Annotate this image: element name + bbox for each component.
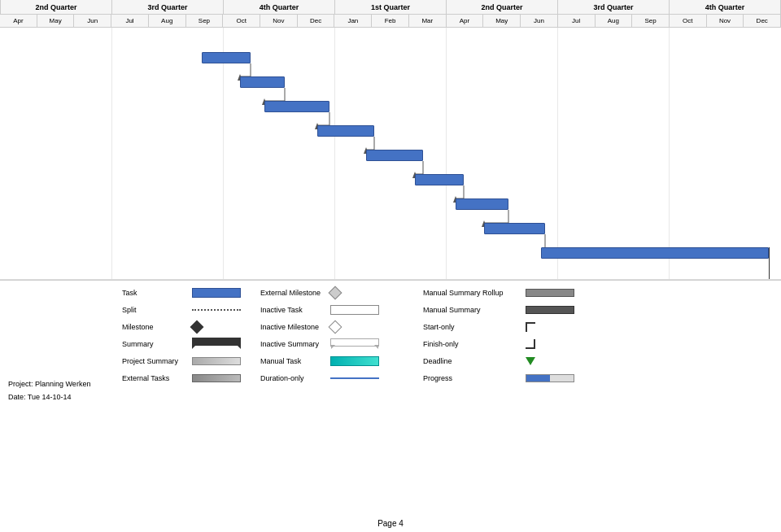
end-line [769,247,770,280]
quarters-header: 2nd Quarter 3rd Quarter 4th Quarter 1st … [0,0,781,15]
duration-only-symbol [330,377,379,379]
legend-ext-milestone: External Milestone [260,286,423,300]
start-only-symbol [526,322,535,332]
legend-deadline: Deadline [423,354,586,368]
legend-area: Project: Planning Werken Date: Tue 14-10… [0,280,781,499]
grid-line [111,28,112,279]
manual-summary-rollup-symbol [526,289,574,297]
manual-summary-symbol [526,306,574,314]
legend-inactive-task: Inactive Task [260,303,423,317]
milestone-symbol [190,321,204,334]
project-summary-symbol [192,357,241,365]
quarter-4th-2: 4th Quarter [670,0,781,14]
legend-manual-summary-rollup: Manual Summary Rollup [423,286,586,300]
legend-inactive-summary: Inactive Summary [260,337,423,351]
gantt-chart [0,28,781,280]
task-bar-3 [264,101,329,112]
grid-line [334,28,335,279]
legend-inactive-milestone: Inactive Milestone [260,320,423,334]
task-bar-2 [240,76,285,88]
quarter-2nd: 2nd Quarter [0,0,112,14]
progress-symbol [526,374,574,382]
page-footer: Page 4 [0,519,781,528]
finish-only-symbol [526,339,535,349]
task-bar-9 [541,247,769,259]
project-date: Date: Tue 14-10-14 [8,390,114,403]
legend-col-3: Manual Summary Rollup Manual Summary Sta… [423,286,586,495]
task-symbol [192,288,241,298]
months-header: Apr May Jun Jul Aug Sep Oct Nov Dec Jan … [0,15,781,28]
task-bar-6 [415,174,464,185]
legend-col-2: External Milestone Inactive Task Inactiv… [260,286,423,495]
task-bar-7 [456,198,508,210]
legend-external-tasks: External Tasks [122,371,260,386]
manual-task-symbol [330,356,379,366]
project-info: Project: Planning Werken Date: Tue 14-10… [8,286,114,495]
summary-symbol [192,338,241,346]
quarter-1st: 1st Quarter [335,0,447,14]
legend-task: Task [122,286,260,300]
project-name: Project: Planning Werken [8,377,114,390]
grid-line [669,28,670,279]
legend-progress: Progress [423,371,586,386]
legend-project-summary: Project Summary [122,354,260,368]
grid-line [446,28,447,279]
ext-milestone-symbol [329,286,343,300]
legend-split: Split [122,303,260,317]
deadline-symbol [526,357,535,365]
legend-manual-task: Manual Task [260,354,423,368]
quarter-3rd-1: 3rd Quarter [112,0,224,14]
task-bar-5 [366,150,423,161]
quarter-4th-1: 4th Quarter [224,0,335,14]
grid-line [223,28,224,279]
legend-start-only: Start-only [423,320,586,334]
task-bar-8 [484,223,545,234]
page-number: Page 4 [377,519,404,528]
task-bar-1 [202,52,251,63]
split-symbol [192,309,241,311]
legend-duration-only: Duration-only [260,371,423,386]
inactive-milestone-symbol [329,321,343,334]
legend-summary: Summary [122,337,260,351]
legend-manual-summary: Manual Summary [423,303,586,317]
external-tasks-symbol [192,374,241,382]
task-bar-4 [317,125,374,137]
quarter-2nd-2: 2nd Quarter [447,0,558,14]
legend-col-1: Task Split Milestone Summary Project Sum… [122,286,260,495]
grid-line [557,28,558,279]
inactive-summary-symbol [330,338,379,347]
inactive-task-symbol [330,305,379,315]
legend-finish-only: Finish-only [423,337,586,351]
legend-milestone: Milestone [122,320,260,334]
quarter-3rd-2: 3rd Quarter [558,0,670,14]
